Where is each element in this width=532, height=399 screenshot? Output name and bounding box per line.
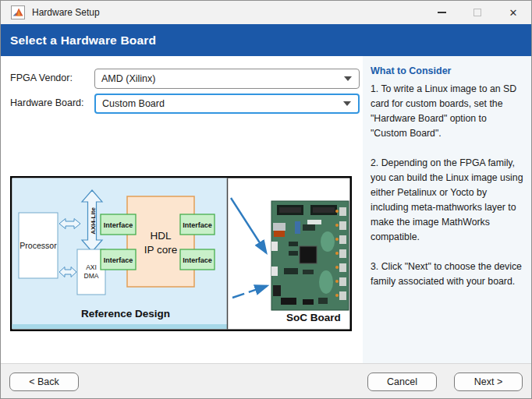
chevron-down-icon <box>344 76 352 81</box>
hdl-ip-core-label-line2: IP core <box>144 244 178 256</box>
reference-design-diagram: Processor AXI4-Lite AXI DMA HDL IP core <box>10 176 352 331</box>
window-controls: ✕ <box>424 1 531 24</box>
maximize-button[interactable] <box>459 1 495 24</box>
reference-design-label: Reference Design <box>81 308 170 320</box>
fpga-vendor-label: FPGA Vendor: <box>10 72 73 83</box>
soc-board-label: SoC Board <box>286 312 341 323</box>
interface-label: Interface <box>183 221 212 229</box>
consider-item-3: 3. Click "Next" to choose the device fam… <box>371 260 525 289</box>
what-to-consider-panel: What to Consider 1. To write a Linux ima… <box>363 56 531 363</box>
close-icon: ✕ <box>509 8 518 18</box>
back-button[interactable]: < Back <box>9 373 79 391</box>
close-button[interactable]: ✕ <box>495 1 531 24</box>
axi4-lite-label: AXI4-Lite <box>90 207 97 235</box>
soc-board-image <box>271 201 349 310</box>
body: FPGA Vendor: AMD (Xilinx) Hardware Board… <box>1 56 531 363</box>
what-to-consider-title: What to Consider <box>371 65 525 76</box>
titlebar: Hardware Setup ✕ <box>1 1 531 24</box>
hdl-ip-core-label-line1: HDL <box>150 230 171 242</box>
processor-label: Processor <box>20 241 57 250</box>
matlab-app-icon <box>11 5 25 19</box>
minimize-button[interactable] <box>424 1 459 24</box>
interface-label: Interface <box>104 221 133 229</box>
step-header: Select a Hardware Board <box>1 24 531 56</box>
footer: < Back Cancel Next > <box>1 363 531 398</box>
fpga-vendor-dropdown[interactable]: AMD (Xilinx) <box>94 69 360 89</box>
chevron-down-icon <box>343 101 351 106</box>
maximize-icon <box>473 9 481 16</box>
minimize-icon <box>438 12 446 13</box>
hardware-board-dropdown[interactable]: Custom Board <box>94 94 360 114</box>
hardware-board-label: Hardware Board: <box>10 97 84 108</box>
hardware-setup-window: Hardware Setup ✕ Select a Hardware Board… <box>0 0 532 399</box>
window-title: Hardware Setup <box>32 7 100 18</box>
interface-label: Interface <box>183 256 212 264</box>
cancel-button[interactable]: Cancel <box>367 373 437 391</box>
interface-label: Interface <box>104 256 133 264</box>
hardware-board-value: Custom Board <box>102 98 165 109</box>
next-button[interactable]: Next > <box>454 373 523 391</box>
axi-dma-label-line2: DMA <box>84 272 99 280</box>
page-title: Select a Hardware Board <box>10 34 156 48</box>
axi-dma-label-line1: AXI <box>86 263 97 271</box>
consider-item-2: 2. Depending on the FPGA family, you can… <box>371 156 525 245</box>
fpga-vendor-value: AMD (Xilinx) <box>101 73 155 84</box>
main-panel: FPGA Vendor: AMD (Xilinx) Hardware Board… <box>1 56 363 363</box>
consider-item-1: 1. To write a Linux image to an SD card … <box>371 82 525 141</box>
